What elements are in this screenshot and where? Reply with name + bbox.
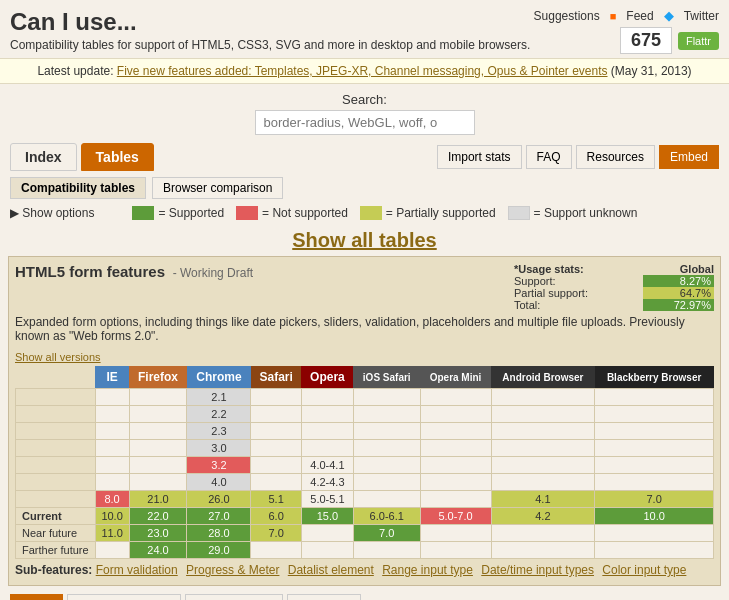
browser-android-header: Android Browser	[491, 366, 595, 389]
form-validation-link[interactable]: Form validation	[96, 563, 178, 577]
compat-cell	[491, 457, 595, 474]
total-label: Total:	[514, 299, 643, 311]
compat-cell	[129, 423, 187, 440]
row-label	[16, 423, 96, 440]
import-stats-button[interactable]: Import stats	[437, 145, 522, 169]
compat-cell: 5.0-7.0	[420, 508, 491, 525]
total-value: 72.97%	[643, 299, 714, 311]
usage-header: *Usage stats:	[514, 263, 643, 275]
compat-cell	[353, 389, 420, 406]
compat-cell	[251, 474, 302, 491]
compat-cell: 2.3	[187, 423, 251, 440]
suggestions-link[interactable]: Suggestions	[534, 9, 600, 23]
compat-cell	[95, 406, 129, 423]
browser-safari-header: Safari	[251, 366, 302, 389]
compat-cell	[595, 457, 714, 474]
notes-tab[interactable]: Notes	[10, 594, 63, 600]
compat-cell: 4.0	[187, 474, 251, 491]
row-label: Near future	[16, 525, 96, 542]
show-all-tables[interactable]: Show all tables	[0, 229, 729, 252]
resources-button[interactable]: Resources	[576, 145, 655, 169]
bottom-resources-tab[interactable]: Resources (3)	[185, 594, 282, 600]
color-input-link[interactable]: Color input type	[602, 563, 686, 577]
search-input[interactable]	[255, 110, 475, 135]
row-label	[16, 389, 96, 406]
compat-cell: 10.0	[595, 508, 714, 525]
counter-box: 675	[620, 27, 672, 54]
compat-table: IE Firefox Chrome Safari Opera iOS Safar…	[15, 366, 714, 559]
progress-meter-link[interactable]: Progress & Meter	[186, 563, 279, 577]
compat-cell: 10.0	[95, 508, 129, 525]
tab-tables[interactable]: Tables	[81, 143, 154, 171]
browser-ios-header: iOS Safari	[353, 366, 420, 389]
compat-cell	[420, 525, 491, 542]
feed-link[interactable]: Feed	[626, 9, 653, 23]
compat-cell	[251, 542, 302, 559]
compat-cell: 27.0	[187, 508, 251, 525]
compat-cell	[491, 525, 595, 542]
feature-draft: - Working Draft	[173, 266, 253, 280]
range-input-link[interactable]: Range input type	[382, 563, 473, 577]
row-label: Current	[16, 508, 96, 525]
compat-cell	[595, 542, 714, 559]
compat-cell	[595, 423, 714, 440]
flattr-button[interactable]: Flattr	[678, 32, 719, 50]
browser-firefox-header: Firefox	[129, 366, 187, 389]
compat-cell	[251, 440, 302, 457]
faq-button[interactable]: FAQ	[526, 145, 572, 169]
browser-blackberry-header: Blackberry Browser	[595, 366, 714, 389]
rss-icon: ■	[610, 10, 617, 22]
datetime-input-link[interactable]: Date/time input types	[481, 563, 594, 577]
partial-support-value: 64.7%	[643, 287, 714, 299]
partial-support-label: Partial support:	[514, 287, 643, 299]
embed-button[interactable]: Embed	[659, 145, 719, 169]
compat-cell	[95, 440, 129, 457]
compat-cell	[353, 423, 420, 440]
known-issues-tab[interactable]: Known issues (2)	[67, 594, 181, 600]
not-supported-legend-color	[236, 206, 258, 220]
compat-cell	[301, 542, 353, 559]
compat-cell: 8.0	[95, 491, 129, 508]
compat-cell	[95, 457, 129, 474]
tab-index[interactable]: Index	[10, 143, 77, 171]
update-link[interactable]: Five new features added: Templates, JPEG…	[117, 64, 608, 78]
datalist-link[interactable]: Datalist element	[288, 563, 374, 577]
compat-cell	[301, 406, 353, 423]
compat-cell	[251, 457, 302, 474]
feedback-tab[interactable]: Feedback	[287, 594, 362, 600]
partial-legend-color	[360, 206, 382, 220]
compat-cell	[420, 389, 491, 406]
show-options[interactable]: ▶ Show options	[10, 206, 94, 220]
compat-cell: 7.0	[595, 491, 714, 508]
row-label	[16, 440, 96, 457]
compat-cell: 6.0-6.1	[353, 508, 420, 525]
browser-compare-tab[interactable]: Browser comparison	[152, 177, 283, 199]
compat-cell	[595, 440, 714, 457]
row-label	[16, 491, 96, 508]
compat-cell	[129, 457, 187, 474]
site-title: Can I use...	[10, 8, 530, 36]
compat-cell	[129, 389, 187, 406]
compat-cell	[95, 542, 129, 559]
compat-cell: 4.0-4.1	[301, 457, 353, 474]
site-subtitle: Compatibility tables for support of HTML…	[10, 38, 530, 52]
compat-cell: 11.0	[95, 525, 129, 542]
feature-container: HTML5 form features - Working Draft *Usa…	[8, 256, 721, 586]
compat-cell	[420, 491, 491, 508]
compat-cell: 2.1	[187, 389, 251, 406]
compat-cell	[491, 406, 595, 423]
compat-cell: 15.0	[301, 508, 353, 525]
search-label: Search:	[0, 92, 729, 107]
compat-cell	[353, 491, 420, 508]
compat-cell: 4.2-4.3	[301, 474, 353, 491]
compat-cell	[420, 406, 491, 423]
compat-cell	[353, 474, 420, 491]
row-label: Farther future	[16, 542, 96, 559]
compat-cell: 6.0	[251, 508, 302, 525]
show-all-versions-link[interactable]: Show all versions	[15, 351, 101, 363]
compat-cell: 3.0	[187, 440, 251, 457]
twitter-link[interactable]: Twitter	[684, 9, 719, 23]
browser-chrome-header: Chrome	[187, 366, 251, 389]
compat-cell: 21.0	[129, 491, 187, 508]
compat-tables-tab[interactable]: Compatibility tables	[10, 177, 146, 199]
